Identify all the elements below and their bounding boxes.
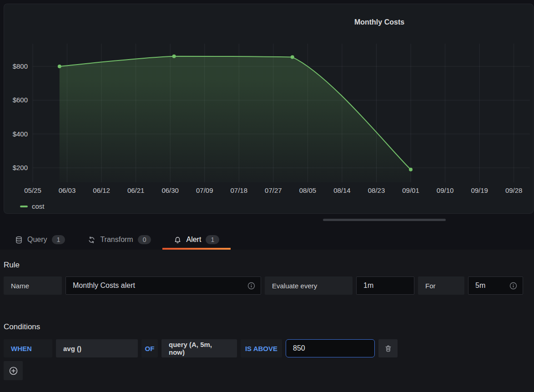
tab-query[interactable]: Query 1 [4,230,76,250]
threshold-input[interactable] [286,344,374,352]
bell-icon [174,236,181,244]
svg-text:$200: $200 [13,164,28,171]
svg-text:06/30: 06/30 [161,186,179,194]
delete-condition-button[interactable] [378,339,398,357]
cost-time-series-chart[interactable]: 05/2506/0306/1206/2106/3007/0907/1807/27… [4,4,534,213]
condition-row: WHEN avg () OF query (A, 5m, now) IS ABO… [4,339,398,357]
evaluate-every-input[interactable] [357,281,414,290]
condition-when-keyword: WHEN [4,339,52,357]
svg-text:08/14: 08/14 [333,186,351,194]
svg-text:09/28: 09/28 [505,186,523,194]
tab-alert[interactable]: Alert 1 [162,230,231,250]
info-icon[interactable] [247,282,255,290]
panel-editor-tabbar: Query 1 Transform 0 Alert 1 [0,230,534,250]
database-icon [15,236,23,244]
add-condition-row [4,361,23,379]
svg-text:06/12: 06/12 [93,186,110,194]
monthly-costs-panel: 05/2506/0306/1206/2106/3007/0907/1807/27… [4,4,534,214]
legend-color-swatch [20,206,28,207]
legend-series-label: cost [32,202,45,210]
threshold-field-box [286,339,375,357]
info-icon[interactable] [509,282,517,290]
evaluate-every-field-box [356,276,414,295]
svg-text:07/09: 07/09 [196,186,213,194]
svg-text:09/10: 09/10 [437,186,454,194]
svg-text:07/18: 07/18 [231,186,248,194]
for-duration-input[interactable] [469,281,509,290]
rule-section-heading: Rule [4,261,20,270]
svg-text:08/05: 08/05 [299,186,317,194]
condition-of-keyword: OF [141,339,158,357]
svg-text:09/19: 09/19 [471,186,488,194]
transform-icon [88,236,96,244]
name-label: Name [4,276,62,295]
svg-text:08/23: 08/23 [368,186,385,194]
legend-item-cost[interactable]: cost [20,202,45,210]
rule-row: Name Evaluate every For [4,276,523,295]
svg-text:07/27: 07/27 [265,186,282,194]
for-label: For [418,276,464,295]
condition-operator-selector[interactable]: IS ABOVE [241,339,282,357]
alert-editor-content: Rule Name Evaluate every For [0,250,534,392]
evaluate-every-label: Evaluate every [265,276,353,295]
conditions-section-heading: Conditions [4,322,40,332]
condition-aggregation-selector[interactable]: avg () [56,339,138,357]
svg-text:$800: $800 [13,62,28,70]
svg-text:09/01: 09/01 [402,186,419,194]
condition-query-part[interactable]: query (A, 5m, now) [161,339,237,357]
svg-text:06/21: 06/21 [127,186,145,194]
tab-alert-label: Alert [186,236,201,244]
svg-text:06/03: 06/03 [59,186,76,194]
for-field-box [468,276,523,295]
tab-query-label: Query [27,236,47,244]
tab-transform-count-badge: 0 [138,235,151,244]
svg-text:$400: $400 [13,130,28,138]
tab-alert-count-badge: 1 [206,235,219,244]
panel-title: Monthly Costs [354,18,404,26]
tab-transform[interactable]: Transform 0 [76,230,162,250]
plus-circle-icon [9,366,18,376]
alert-name-input[interactable] [66,281,247,290]
alert-name-field-box [65,276,261,295]
tab-query-count-badge: 1 [52,235,65,244]
svg-text:05/25: 05/25 [24,186,41,194]
svg-text:$600: $600 [13,96,28,104]
add-condition-button[interactable] [4,361,23,380]
tab-transform-label: Transform [100,236,133,244]
horizontal-scrollbar-thumb[interactable] [323,219,446,221]
trash-icon [384,345,392,352]
